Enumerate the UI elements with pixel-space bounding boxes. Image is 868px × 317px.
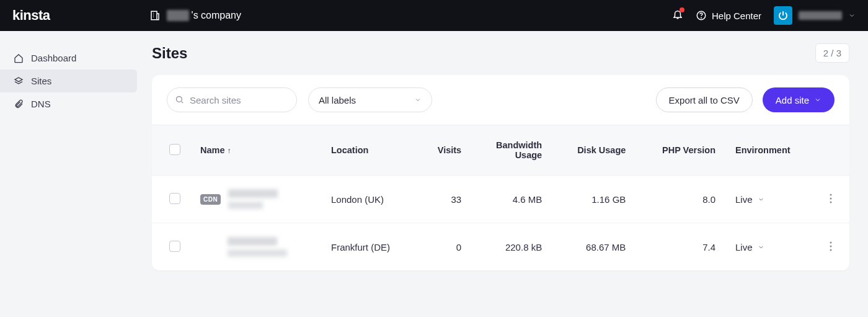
site-name-masked[interactable]: [228, 237, 287, 257]
page-counter: 2 / 3: [815, 43, 849, 63]
svg-point-6: [830, 201, 832, 203]
company-name-masked: xxxx: [167, 10, 189, 21]
svg-point-4: [830, 194, 832, 195]
chevron-down-icon: [814, 96, 822, 104]
table-row: Frankfurt (DE) 0 220.8 kB 68.67 MB 7.4 L…: [152, 223, 849, 271]
sidebar: Dashboard Sites DNS: [0, 31, 140, 270]
search-icon: [175, 95, 184, 104]
add-site-button[interactable]: Add site: [763, 87, 835, 112]
svg-point-5: [830, 197, 832, 199]
svg-point-8: [830, 245, 832, 247]
page-title: Sites: [152, 45, 187, 62]
chevron-down-icon: [758, 244, 764, 251]
sidebar-item-label: Sites: [31, 76, 51, 86]
environment-select[interactable]: Live: [735, 242, 807, 252]
help-icon: [696, 10, 707, 21]
cell-php: 8.0: [636, 176, 725, 223]
column-disk[interactable]: Disk Usage: [552, 125, 636, 176]
notification-dot: [680, 7, 684, 12]
paperclip-icon: [14, 99, 24, 109]
cell-bandwidth: 4.6 MB: [471, 176, 552, 223]
sidebar-item-label: DNS: [31, 99, 51, 109]
user-menu[interactable]: [774, 6, 856, 25]
kebab-icon: [830, 194, 832, 203]
cell-php: 7.4: [636, 223, 725, 271]
search-input[interactable]: [167, 87, 297, 112]
notifications-button[interactable]: [672, 9, 683, 22]
column-environment[interactable]: Environment: [725, 125, 817, 176]
home-icon: [14, 53, 24, 63]
company-selector[interactable]: xxxx 's company: [149, 10, 241, 21]
cell-location: Frankfurt (DE): [321, 223, 418, 271]
user-avatar: [774, 6, 792, 25]
help-center-label: Help Center: [712, 11, 761, 21]
add-site-label: Add site: [776, 95, 809, 105]
svg-rect-0: [151, 11, 157, 20]
environment-value: Live: [735, 242, 753, 252]
export-csv-button[interactable]: Export all to CSV: [656, 87, 753, 112]
sites-table: Name↑ Location Visits Bandwidth Usage Di…: [152, 125, 849, 270]
environment-value: Live: [735, 194, 753, 205]
sidebar-item-label: Dashboard: [31, 53, 76, 63]
cdn-badge: CDN: [200, 194, 221, 205]
column-location[interactable]: Location: [321, 125, 418, 176]
table-row: CDN London (UK) 33 4.6 MB 1.16 GB 8.0 Li…: [152, 176, 849, 223]
row-actions-button[interactable]: [827, 191, 835, 208]
sidebar-item-sites[interactable]: Sites: [0, 69, 137, 92]
cell-location: London (UK): [321, 176, 418, 223]
top-header: KINSTA xxxx 's company Help Center: [0, 0, 868, 31]
cell-bandwidth: 220.8 kB: [471, 223, 552, 271]
column-name[interactable]: Name↑: [190, 125, 321, 176]
select-all-checkbox[interactable]: [169, 144, 180, 155]
cell-visits: 33: [418, 176, 471, 223]
labels-select-value: All labels: [319, 95, 356, 105]
chevron-down-icon: [758, 196, 764, 203]
brand-logo: KINSTA: [12, 7, 50, 24]
site-name-masked[interactable]: [228, 189, 278, 209]
chevron-down-icon: [414, 96, 422, 104]
labels-select[interactable]: All labels: [308, 87, 432, 112]
svg-point-9: [830, 249, 832, 251]
user-name-masked: [799, 11, 842, 20]
cell-disk: 1.16 GB: [552, 176, 636, 223]
help-center-link[interactable]: Help Center: [696, 10, 761, 21]
column-bandwidth[interactable]: Bandwidth Usage: [471, 125, 552, 176]
company-name: xxxx 's company: [167, 10, 241, 21]
column-php[interactable]: PHP Version: [636, 125, 725, 176]
sidebar-item-dns[interactable]: DNS: [0, 92, 137, 115]
row-checkbox[interactable]: [169, 241, 180, 252]
cell-visits: 0: [418, 223, 471, 271]
chevron-down-icon: [848, 12, 856, 19]
layers-icon: [14, 76, 24, 86]
sidebar-item-dashboard[interactable]: Dashboard: [0, 47, 137, 69]
power-icon: [777, 10, 789, 21]
environment-select[interactable]: Live: [735, 194, 807, 205]
sites-card: All labels Export all to CSV Add site: [152, 75, 849, 270]
row-checkbox[interactable]: [169, 193, 180, 204]
row-actions-button[interactable]: [827, 239, 835, 256]
search-wrapper: [167, 87, 297, 112]
company-name-suffix: 's company: [192, 10, 241, 21]
column-visits[interactable]: Visits: [418, 125, 471, 176]
kebab-icon: [830, 241, 832, 251]
svg-point-7: [830, 241, 832, 243]
svg-point-3: [177, 97, 182, 102]
export-csv-label: Export all to CSV: [669, 95, 740, 105]
cell-disk: 68.67 MB: [552, 223, 636, 271]
svg-point-2: [701, 17, 702, 18]
main-content: Sites 2 / 3 All labels Export all to CSV: [140, 31, 868, 270]
building-icon: [149, 10, 161, 21]
sort-up-icon: ↑: [228, 146, 231, 155]
